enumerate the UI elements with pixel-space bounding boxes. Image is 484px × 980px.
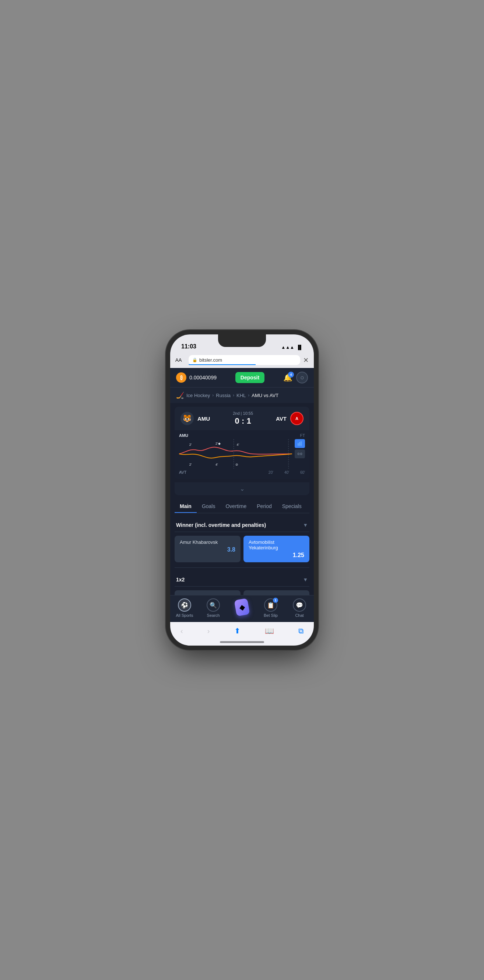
- url-bar[interactable]: 🔒 bitsler.com: [189, 355, 300, 365]
- bet-slip-badge: 1: [273, 598, 278, 603]
- chart-time-20: 20': [268, 471, 273, 474]
- match-header: 🐯 AMU 2nd | 10:55 0 : 1 A AVT: [175, 407, 309, 430]
- chat-icon: 💬: [293, 598, 306, 612]
- url-text: bitsler.com: [199, 357, 222, 363]
- safari-forward-button[interactable]: ›: [205, 625, 213, 637]
- chart-labels: AMU FT: [179, 433, 305, 438]
- section-winner-chevron[interactable]: ▼: [303, 522, 308, 528]
- winner-home-name: Amur Khabarovsk: [180, 539, 235, 545]
- chevron-down-icon: ⌄: [240, 485, 244, 492]
- winner-home-odd: 3.8: [180, 546, 235, 553]
- tab-overtime[interactable]: Overtime: [220, 500, 252, 513]
- breadcrumb-ice-hockey[interactable]: Ice Hockey: [186, 393, 210, 398]
- center-icon-wrap: ◆: [235, 601, 249, 614]
- winner-option-away[interactable]: Avtomobilist Yekaterinburg 1.25: [243, 536, 309, 562]
- safari-bookmarks-button[interactable]: 📖: [262, 625, 277, 637]
- chart-time-60: 60': [300, 471, 305, 474]
- tabs-divider: [175, 513, 309, 513]
- winner-option-home[interactable]: Amur Khabarovsk 3.8: [175, 536, 241, 562]
- chart-time-labels: 20' 40' 60': [268, 471, 305, 474]
- nav-all-sports[interactable]: ⚽ All Sports: [170, 598, 199, 617]
- battery-icon: ▐▌: [297, 345, 303, 350]
- tab-specials[interactable]: Specials: [277, 500, 307, 513]
- tab-goals[interactable]: Goals: [197, 500, 221, 513]
- match-card: 🐯 AMU 2nd | 10:55 0 : 1 A AVT AMU: [175, 407, 309, 479]
- chart-area: AMU FT: [175, 430, 309, 479]
- nav-bet-slip[interactable]: 📋 1 Bet Slip: [256, 598, 285, 617]
- breadcrumb-russia[interactable]: Russia: [216, 393, 230, 398]
- chart-time-40: 40': [284, 471, 289, 474]
- all-sports-icon: ⚽: [178, 598, 191, 612]
- 1x2-option-home[interactable]: Amur Khabarovsk 7.25: [175, 590, 241, 595]
- browser-bar: AA 🔒 bitsler.com ✕: [170, 353, 314, 368]
- breadcrumb: 🏒 Ice Hockey › Russia › KHL › AMU vs AVT: [170, 387, 314, 403]
- svg-rect-10: [301, 441, 302, 446]
- safari-share-button[interactable]: ⬆: [231, 625, 243, 637]
- expand-row[interactable]: ⌄: [175, 482, 309, 495]
- match-period: 2nd | 10:55: [233, 411, 253, 415]
- avatar[interactable]: ⬡: [296, 372, 308, 383]
- section-winner-title: Winner (incl. overtime and penalties): [176, 522, 266, 528]
- chart-bar-button[interactable]: [295, 439, 305, 448]
- nav-chat[interactable]: 💬 Chat: [285, 598, 314, 617]
- team-away-name: AVT: [276, 415, 287, 422]
- svg-rect-9: [299, 442, 300, 446]
- search-label: Search: [207, 613, 220, 617]
- svg-text:2': 2': [189, 463, 192, 466]
- nav-icons: 🔔 4 ⬡: [283, 372, 308, 383]
- section-1x2-chevron[interactable]: ▼: [303, 577, 308, 582]
- search-icon-wrap: 🔍: [206, 598, 220, 612]
- section-1x2-header: 1x2 ▼: [175, 573, 309, 587]
- svg-rect-8: [298, 443, 299, 446]
- breadcrumb-khl[interactable]: KHL: [236, 393, 246, 398]
- 1x2-option-draw[interactable]: draw 3.95: [243, 590, 309, 595]
- search-icon: 🔍: [206, 598, 220, 612]
- match-chart: 2' 2'◆ 4' 2' 4' ⊘: [179, 439, 292, 469]
- svg-text:2': 2': [189, 443, 192, 447]
- nav-search[interactable]: 🔍 Search: [199, 598, 228, 617]
- breadcrumb-match: AMU vs AVT: [252, 393, 278, 398]
- chart-score-button[interactable]: 0:0: [295, 449, 305, 458]
- phone-frame: 11:03 ▲▲▲ ▐▌ AA 🔒 bitsler.com ✕ ₿ 0.0004…: [170, 334, 314, 646]
- section-1x2-title: 1x2: [176, 577, 184, 582]
- section-1x2: 1x2 ▼ Amur Khabarovsk 7.25 draw 3.95 Avt…: [170, 573, 314, 595]
- chart-home-label: AMU: [179, 433, 188, 438]
- center-logo-icon: ◆: [234, 598, 250, 616]
- safari-back-button[interactable]: ‹: [178, 625, 186, 637]
- safari-tabs-button[interactable]: ⧉: [295, 625, 306, 637]
- btc-symbol: ₿: [180, 375, 183, 380]
- deposit-button[interactable]: Deposit: [235, 372, 265, 383]
- team-away: A AVT: [276, 412, 303, 425]
- bottom-nav: ⚽ All Sports 🔍 Search ◆ 📋 1 Bet Slip: [170, 595, 314, 622]
- svg-text:4': 4': [236, 443, 239, 447]
- notification-badge: 4: [288, 372, 294, 377]
- app-content: ₿ 0.00040099 Deposit 🔔 4 ⬡ 🏒 Ice Hockey …: [170, 368, 314, 595]
- home-indicator-bar: [220, 641, 264, 643]
- breadcrumb-sep-3: ›: [248, 393, 249, 398]
- bell-wrapper[interactable]: 🔔 4: [283, 373, 292, 382]
- close-tab-button[interactable]: ✕: [303, 356, 309, 364]
- bet-slip-icon-wrap: 📋 1: [264, 598, 278, 612]
- betting-tabs: Main Goals Overtime Period Specials: [170, 495, 314, 513]
- team-home-name: AMU: [197, 415, 210, 422]
- notch: [218, 334, 266, 347]
- btc-icon: ₿: [176, 372, 186, 383]
- team-home: 🐯 AMU: [181, 412, 210, 425]
- safari-bottom: ‹ › ⬆ 📖 ⧉: [170, 622, 314, 638]
- section-winner-header: Winner (incl. overtime and penalties) ▼: [175, 519, 309, 532]
- match-center: 2nd | 10:55 0 : 1: [233, 411, 253, 426]
- tab-main[interactable]: Main: [175, 500, 197, 513]
- chart-bottom-labels: AVT 20' 40' 60': [179, 470, 305, 474]
- top-nav: ₿ 0.00040099 Deposit 🔔 4 ⬡: [170, 368, 314, 387]
- home-indicator: [170, 638, 314, 646]
- tab-period[interactable]: Period: [252, 500, 277, 513]
- chart-ft-label: FT: [300, 433, 305, 438]
- chart-score-label: 0:0: [298, 452, 302, 456]
- all-sports-label: All Sports: [176, 613, 193, 617]
- nav-center[interactable]: ◆: [228, 601, 256, 616]
- chart-wrapper: 2' 2'◆ 4' 2' 4' ⊘: [179, 439, 305, 469]
- winner-away-name: Avtomobilist Yekaterinburg: [249, 539, 304, 550]
- font-size-control[interactable]: AA: [175, 357, 186, 363]
- breadcrumb-sep-1: ›: [212, 393, 214, 398]
- balance-area: ₿ 0.00040099: [176, 372, 217, 383]
